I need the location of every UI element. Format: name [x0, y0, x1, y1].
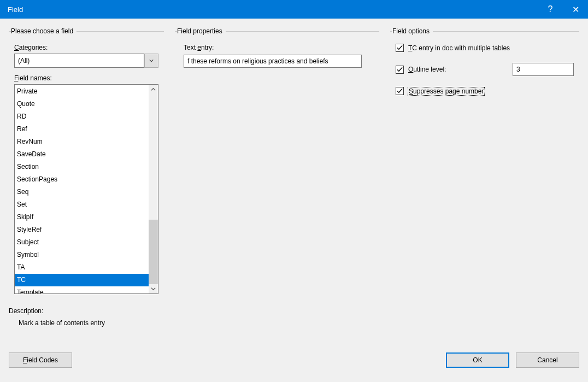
- chevron-up-icon: [151, 87, 156, 92]
- chevron-down-icon: [149, 58, 154, 63]
- field-options-legend: Field options: [392, 27, 433, 35]
- label-tc-multiple-tables: TC entry in doc with multiple tables: [408, 44, 510, 52]
- list-item[interactable]: TC: [15, 274, 149, 286]
- field-properties-group: Field properties Text entry:: [175, 27, 379, 73]
- description-text: Mark a table of contents entry: [9, 315, 164, 327]
- choose-field-group: Please choose a field Categories: Field …: [9, 27, 164, 299]
- scrollbar[interactable]: [149, 85, 158, 293]
- label-outline-level: Outline level:: [408, 66, 446, 73]
- scroll-thumb[interactable]: [149, 220, 158, 284]
- field-properties-legend: Field properties: [177, 27, 226, 35]
- scroll-track[interactable]: [149, 94, 158, 284]
- text-entry-input[interactable]: [184, 55, 362, 68]
- scroll-down-button[interactable]: [149, 284, 158, 293]
- categories-input[interactable]: [14, 54, 144, 68]
- close-button[interactable]: ✕: [563, 0, 588, 19]
- categories-dropdown-button[interactable]: [144, 54, 158, 68]
- checkmark-icon: [397, 45, 403, 51]
- choose-field-column: Please choose a field Categories: Field …: [9, 27, 164, 342]
- chevron-down-icon: [151, 286, 156, 291]
- description-block: Description: Mark a table of contents en…: [9, 307, 164, 327]
- list-item[interactable]: RD: [15, 110, 149, 123]
- fieldnames-label: Field names:: [14, 74, 158, 82]
- list-item[interactable]: Private: [15, 85, 149, 98]
- categories-select[interactable]: [14, 54, 158, 68]
- fieldnames-listbox[interactable]: PrivateQuoteRDRefRevNumSaveDateSectionSe…: [14, 84, 158, 294]
- list-item[interactable]: Ref: [15, 123, 149, 136]
- window-title: Field: [8, 5, 538, 14]
- field-codes-button[interactable]: Field Codes: [9, 352, 72, 368]
- scroll-up-button[interactable]: [149, 85, 158, 94]
- choose-field-legend: Please choose a field: [11, 27, 77, 35]
- list-item[interactable]: Seq: [15, 186, 149, 198]
- list-item[interactable]: StyleRef: [15, 224, 149, 236]
- description-label: Description:: [9, 307, 164, 315]
- option-tc-multiple-tables: TC entry in doc with multiple tables: [396, 44, 574, 52]
- option-outline-level: Outline level:: [396, 63, 574, 76]
- list-item[interactable]: SaveDate: [15, 148, 149, 161]
- text-entry-label: Text entry:: [184, 44, 374, 51]
- list-item[interactable]: SectionPages: [15, 173, 149, 186]
- cancel-button[interactable]: Cancel: [516, 352, 579, 368]
- list-item[interactable]: TA: [15, 261, 149, 274]
- help-button[interactable]: ?: [538, 0, 563, 19]
- outline-level-input[interactable]: [513, 63, 574, 76]
- titlebar: Field ? ✕: [0, 0, 588, 19]
- fieldnames-list-items[interactable]: PrivateQuoteRDRefRevNumSaveDateSectionSe…: [15, 85, 149, 293]
- checkmark-icon: [397, 67, 403, 73]
- list-item[interactable]: Symbol: [15, 249, 149, 261]
- checkbox-tc-multiple-tables[interactable]: [396, 44, 404, 52]
- list-item[interactable]: Template: [15, 286, 149, 293]
- checkbox-suppress-page-number[interactable]: [396, 87, 404, 95]
- list-item[interactable]: Set: [15, 198, 149, 211]
- list-item[interactable]: SkipIf: [15, 211, 149, 224]
- list-item[interactable]: Section: [15, 161, 149, 173]
- field-properties-column: Field properties Text entry:: [175, 27, 379, 342]
- dialog-content: Please choose a field Categories: Field …: [0, 19, 588, 347]
- list-item[interactable]: RevNum: [15, 136, 149, 148]
- ok-button[interactable]: OK: [446, 352, 509, 368]
- dialog-footer: Field Codes OK Cancel: [0, 347, 588, 373]
- checkbox-outline-level[interactable]: [396, 66, 404, 74]
- label-suppress-page-number: Suppresses page number: [408, 87, 484, 95]
- option-suppress-page-number: Suppresses page number: [396, 87, 574, 95]
- list-item[interactable]: Quote: [15, 98, 149, 110]
- checkmark-icon: [397, 88, 403, 94]
- categories-label: Categories:: [14, 44, 158, 51]
- field-options-group: Field options TC entry in doc with multi…: [390, 27, 579, 111]
- list-item[interactable]: Subject: [15, 236, 149, 249]
- field-options-column: Field options TC entry in doc with multi…: [390, 27, 579, 342]
